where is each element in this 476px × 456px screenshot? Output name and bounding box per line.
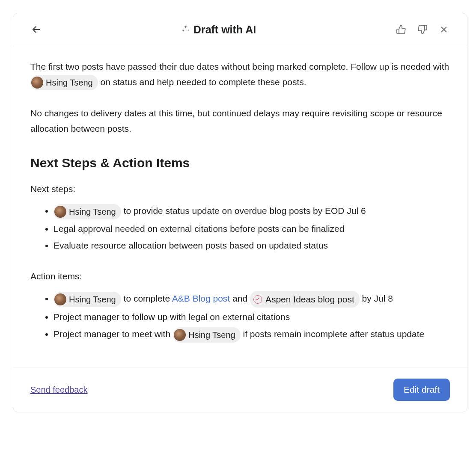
header-actions bbox=[394, 23, 451, 36]
title-wrap: Draft with AI bbox=[43, 24, 394, 36]
list-item-text: by Jul 8 bbox=[362, 293, 393, 303]
user-mention-hsing[interactable]: Hsing Tseng bbox=[30, 75, 98, 90]
sparkles-icon bbox=[181, 24, 190, 35]
list-item: Evaluate resource allocation between pos… bbox=[54, 238, 450, 253]
task-chip-aspen[interactable]: Aspen Ideas blog post bbox=[250, 291, 360, 308]
panel-title: Draft with AI bbox=[193, 24, 256, 36]
list-item-text: and bbox=[232, 293, 250, 303]
mention-name: Hsing Tseng bbox=[188, 328, 235, 342]
ai-draft-panel: Draft with AI The first two posts have p… bbox=[13, 13, 467, 412]
action-items-list: Hsing Tseng to complete A&B Blog post an… bbox=[30, 291, 450, 343]
task-chip-label: Aspen Ideas blog post bbox=[265, 292, 354, 307]
mention-name: Hsing Tseng bbox=[69, 204, 116, 219]
action-items-label: Action items: bbox=[30, 269, 450, 284]
thumbs-up-icon bbox=[396, 24, 406, 35]
list-item-text: to provide status update on overdue blog… bbox=[124, 206, 366, 216]
draft-body: The first two posts have passed their du… bbox=[13, 46, 467, 367]
task-link-ab-blog[interactable]: A&B Blog post bbox=[172, 293, 230, 303]
list-item: Project manager to follow up with legal … bbox=[54, 309, 450, 325]
user-mention-hsing[interactable]: Hsing Tseng bbox=[54, 292, 121, 307]
thumbs-down-icon bbox=[417, 24, 428, 35]
list-item: Hsing Tseng to provide status update on … bbox=[54, 203, 450, 219]
check-circle-icon bbox=[253, 295, 262, 304]
next-steps-label: Next steps: bbox=[30, 181, 450, 197]
intro-text-before: The first two posts have passed their du… bbox=[30, 62, 449, 71]
send-feedback-link[interactable]: Send feedback bbox=[30, 385, 87, 395]
close-icon bbox=[439, 25, 449, 34]
intro-paragraph-2: No changes to delivery dates at this tim… bbox=[30, 106, 450, 136]
intro-text-after: on status and help needed to complete th… bbox=[101, 77, 306, 87]
close-button[interactable] bbox=[437, 23, 451, 36]
user-mention-hsing[interactable]: Hsing Tseng bbox=[54, 204, 121, 219]
thumbs-up-button[interactable] bbox=[394, 23, 408, 36]
list-item: Legal approval needed on external citati… bbox=[54, 221, 450, 237]
next-steps-list: Hsing Tseng to provide status update on … bbox=[30, 203, 450, 253]
list-item: Hsing Tseng to complete A&B Blog post an… bbox=[54, 291, 450, 308]
mention-name: Hsing Tseng bbox=[69, 292, 116, 307]
intro-paragraph-1: The first two posts have passed their du… bbox=[30, 59, 450, 90]
avatar bbox=[31, 77, 43, 89]
edit-draft-button[interactable]: Edit draft bbox=[393, 379, 450, 401]
list-item-text: to complete bbox=[124, 293, 172, 303]
list-item: Project manager to meet with Hsing Tseng… bbox=[54, 326, 450, 342]
avatar bbox=[174, 329, 186, 341]
thumbs-down-button[interactable] bbox=[416, 23, 429, 36]
back-button[interactable] bbox=[30, 23, 43, 36]
list-item-text: Project manager to meet with bbox=[54, 329, 173, 339]
avatar bbox=[54, 206, 66, 218]
section-heading: Next Steps & Action Items bbox=[30, 152, 450, 174]
mention-name: Hsing Tseng bbox=[46, 75, 93, 90]
list-item-text: if posts remain incomplete after status … bbox=[243, 329, 425, 339]
arrow-left-icon bbox=[31, 24, 42, 35]
panel-footer: Send feedback Edit draft bbox=[13, 367, 467, 412]
avatar bbox=[54, 293, 66, 305]
panel-header: Draft with AI bbox=[13, 13, 467, 46]
user-mention-hsing[interactable]: Hsing Tseng bbox=[173, 327, 241, 343]
